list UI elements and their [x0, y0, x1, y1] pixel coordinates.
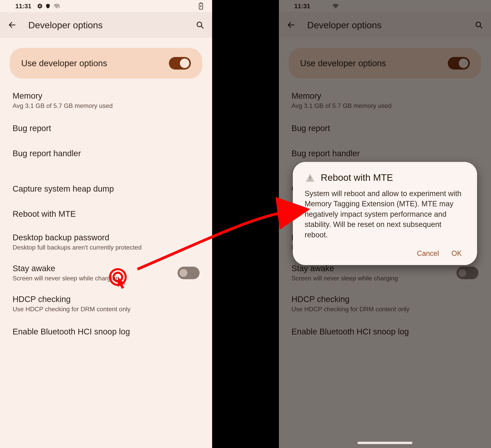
back-icon[interactable] — [8, 20, 17, 30]
battery-icon — [199, 2, 203, 10]
gear-icon — [37, 3, 43, 9]
status-bar: 11:31 ? — [0, 0, 212, 12]
item-bugreport[interactable]: Bug report — [0, 116, 212, 141]
svg-rect-11 — [310, 180, 311, 181]
warning-icon — [305, 173, 316, 182]
item-reboot-mte[interactable]: Reboot with MTE — [0, 201, 212, 227]
item-hdcp[interactable]: HDCP checking Use HDCP checking for DRM … — [0, 288, 212, 319]
stayawake-toggle[interactable] — [178, 267, 199, 279]
mte-dialog: Reboot with MTE System will reboot and a… — [293, 162, 477, 265]
item-heapdump[interactable]: Capture system heap dump — [0, 176, 212, 201]
phone-gap — [212, 0, 279, 448]
shield-icon — [45, 3, 51, 9]
item-memory[interactable]: Memory Avg 3.1 GB of 5.7 GB memory used — [0, 85, 212, 116]
item-btsnoop[interactable]: Enable Bluetooth HCI snoop log — [0, 319, 212, 344]
svg-line-4 — [201, 26, 203, 28]
svg-text:?: ? — [58, 6, 60, 9]
phone-right: 11:31 ? Developer options Use developer … — [279, 0, 491, 448]
wifi-icon: ? — [53, 3, 60, 9]
phone-left: 11:31 ? Developer options Use developer … — [0, 0, 212, 448]
svg-rect-2 — [200, 2, 201, 4]
dialog-title: Reboot with MTE — [321, 172, 393, 183]
settings-list[interactable]: Use developer options Memory Avg 3.1 GB … — [0, 48, 212, 352]
item-backup[interactable]: Desktop backup password Desktop full bac… — [0, 227, 212, 257]
master-toggle[interactable] — [169, 57, 191, 70]
dialog-body: System will reboot and allow to experime… — [305, 189, 465, 240]
cancel-button[interactable]: Cancel — [417, 249, 439, 257]
master-toggle-card[interactable]: Use developer options — [10, 48, 202, 79]
app-header: Developer options — [0, 12, 212, 38]
header-title: Developer options — [28, 20, 195, 30]
gesture-nav-pill[interactable] — [358, 442, 412, 444]
item-bughandler[interactable]: Bug report handler — [0, 141, 212, 166]
master-toggle-label: Use developer options — [21, 58, 107, 68]
search-icon[interactable] — [195, 20, 205, 30]
statusbar-clock: 11:31 — [15, 2, 31, 10]
item-stayawake[interactable]: Stay awake Screen will never sleep while… — [0, 257, 212, 288]
ok-button[interactable]: OK — [452, 249, 462, 257]
svg-rect-10 — [310, 176, 311, 179]
